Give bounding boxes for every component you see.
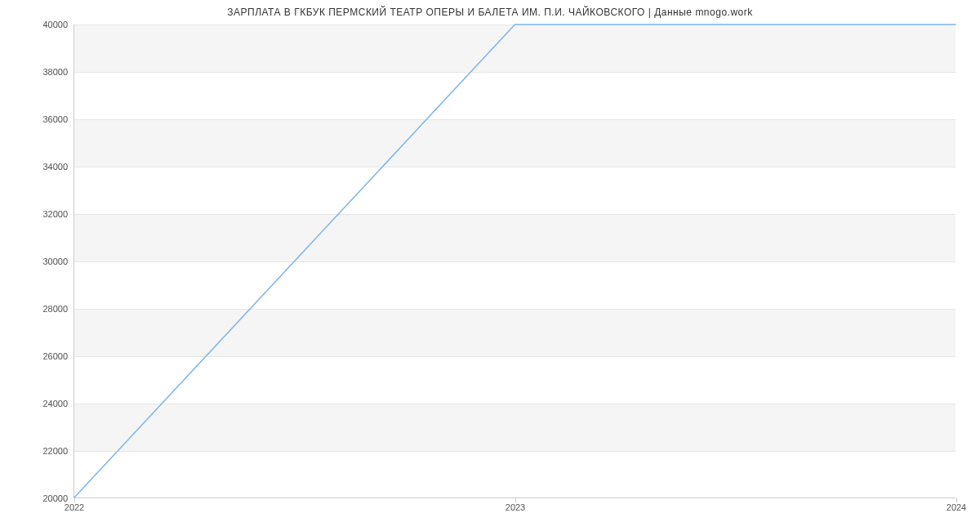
x-tick-label: 2023 (506, 502, 525, 512)
y-tick-label: 34000 (42, 162, 68, 172)
data-line (74, 25, 956, 498)
y-tick-label: 22000 (42, 446, 68, 456)
y-tick-label: 40000 (42, 20, 68, 29)
chart-title: ЗАРПЛАТА В ГКБУК ПЕРМСКИЙ ТЕАТР ОПЕРЫ И … (0, 0, 980, 18)
line-layer (74, 25, 956, 498)
y-tick-label: 36000 (42, 114, 68, 124)
y-tick-label: 38000 (42, 67, 68, 77)
y-tick-label: 24000 (42, 399, 68, 408)
x-tick-label: 2022 (65, 502, 84, 512)
plot-area: 2000022000240002600028000300003200034000… (74, 25, 956, 498)
y-tick-label: 28000 (42, 304, 68, 314)
x-tick-label: 2024 (947, 502, 966, 512)
y-tick-label: 32000 (42, 209, 68, 219)
y-tick-label: 30000 (42, 257, 68, 266)
y-tick-label: 26000 (42, 351, 68, 361)
